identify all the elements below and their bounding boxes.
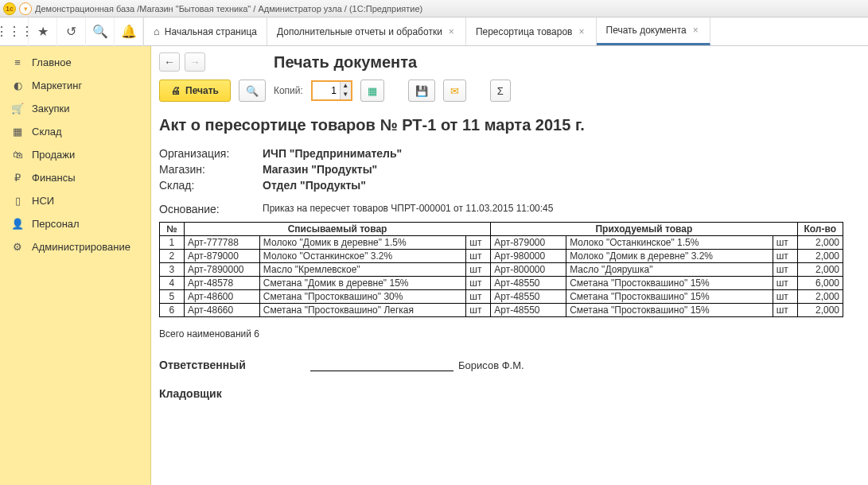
table-row[interactable]: 4Арт-48578Сметана "Домик в деревне" 15%ш… (160, 277, 843, 290)
print-button[interactable]: 🖨 Печать (159, 80, 231, 102)
cell: 2,000 (797, 250, 843, 263)
table-row[interactable]: 1Арт-777788Молоко "Домик в деревне" 1.5%… (160, 236, 843, 250)
table-row[interactable]: 5Арт-48600Сметана "Простоквашино" 30%штА… (160, 290, 843, 304)
sidebar-label: НСИ (32, 195, 54, 207)
email-button[interactable]: ✉ (443, 80, 466, 102)
sidebar-item-закупки[interactable]: 🛒Закупки (0, 97, 150, 120)
content-area: ← → Печать документа 🖨 Печать 🔍 Копий: ▲… (151, 46, 868, 485)
items-table: № Списываемый товар Приходуемый товар Ко… (159, 222, 843, 317)
org-value: ИЧП "Предприниматель" (263, 147, 402, 160)
sidebar-item-склад[interactable]: ▦Склад (0, 120, 150, 143)
table-row[interactable]: 2Арт-879000Молоко "Останкинское" 3.2%штА… (160, 250, 843, 263)
cell: Арт-48550 (491, 290, 566, 304)
bell-icon[interactable]: 🔔 (115, 17, 143, 46)
cell: Арт-48660 (184, 304, 259, 317)
signature-line (310, 359, 453, 371)
tab-пересортица-товаров[interactable]: Пересортица товаров× (466, 17, 597, 45)
table-button[interactable]: ▦ (360, 80, 384, 102)
resp-label: Ответственный (159, 359, 310, 371)
search-icon[interactable]: 🔍 (86, 17, 115, 46)
close-icon[interactable]: × (578, 26, 586, 37)
sidebar-icon: ₽ (11, 172, 24, 184)
nav-row: ← → Печать документа (159, 52, 860, 72)
sidebar-label: Персонал (32, 218, 80, 230)
close-icon[interactable]: × (447, 26, 456, 37)
preview-button[interactable]: 🔍 (239, 80, 266, 102)
close-icon[interactable]: × (691, 25, 700, 36)
cell: шт (466, 250, 491, 263)
star-icon[interactable]: ★ (29, 17, 57, 46)
history-icon[interactable]: ↺ (57, 17, 86, 46)
sidebar-label: Администрирование (32, 241, 130, 253)
copies-down[interactable]: ▼ (340, 91, 351, 99)
tab-label: Печать документа (606, 25, 687, 36)
basis-value: Приказ на пересчет товаров ЧПРТ-000001 о… (263, 203, 553, 215)
col-out: Списываемый товар (184, 223, 490, 236)
cell: Арт-48600 (184, 290, 259, 304)
sidebar-label: Финансы (32, 172, 76, 184)
app-logo-icon: 1c (3, 2, 16, 15)
tab-дополнительные-отчеты-и-обработки[interactable]: Дополнительные отчеты и обработки× (267, 17, 466, 45)
tab-печать-документа[interactable]: Печать документа× (597, 17, 710, 45)
sidebar-item-маркетинг[interactable]: ◐Маркетинг (0, 74, 150, 97)
dropdown-icon[interactable]: ▾ (19, 2, 32, 15)
cell: Сметана "Домик в деревне" 15% (259, 277, 465, 290)
cell: шт (773, 250, 797, 263)
shop-label: Магазин: (159, 163, 263, 176)
cell: Сметана "Простоквашино" 15% (566, 290, 773, 304)
tab-label: Пересортица товаров (476, 26, 573, 37)
cell: шт (773, 263, 797, 277)
cell: 2 (160, 250, 185, 263)
forward-button[interactable]: → (185, 52, 205, 72)
cell: шт (773, 236, 797, 250)
sidebar-icon: 🛍 (11, 149, 24, 161)
apps-icon[interactable]: ⋮⋮⋮ (0, 17, 29, 46)
sidebar-item-продажи[interactable]: 🛍Продажи (0, 143, 150, 166)
sidebar-label: Закупки (32, 103, 69, 114)
store-label: Кладовщик (159, 387, 310, 400)
cell: шт (466, 277, 491, 290)
copies-stepper[interactable]: ▲ ▼ (311, 80, 352, 101)
printer-icon: 🖨 (171, 85, 181, 96)
sidebar-label: Склад (32, 126, 62, 138)
sum-button[interactable]: Σ (490, 80, 511, 102)
cell: Масло "Доярушка" (566, 263, 773, 277)
tab-начальная-страница[interactable]: ⌂Начальная страница (144, 17, 267, 45)
top-toolbar: ⋮⋮⋮ ★ ↺ 🔍 🔔 ⌂Начальная страницаДополните… (0, 17, 868, 46)
total-line: Всего наименований 6 (159, 328, 860, 340)
sidebar-item-финансы[interactable]: ₽Финансы (0, 166, 150, 189)
sidebar-icon: ◐ (11, 80, 24, 91)
sidebar-item-нси[interactable]: ▯НСИ (0, 189, 150, 212)
sidebar-icon: ▦ (11, 126, 24, 138)
cell: 6,000 (797, 277, 843, 290)
sidebar-item-администрирование[interactable]: ⚙Администрирование (0, 235, 150, 258)
save-button[interactable]: 💾 (408, 80, 435, 102)
cell: Сметана "Простоквашино" 15% (566, 277, 773, 290)
wh-value: Отдел "Продукты" (263, 179, 366, 192)
table-row[interactable]: 3Арт-7890000Масло "Кремлевское"штАрт-800… (160, 263, 843, 277)
cell: Арт-879000 (184, 250, 259, 263)
cell: 4 (160, 277, 185, 290)
sidebar-item-персонал[interactable]: 👤Персонал (0, 212, 150, 235)
window-titlebar: 1c ▾ Демонстрационная база /Магазин "Быт… (0, 0, 868, 17)
copies-label: Копий: (274, 85, 303, 96)
tab-label: Дополнительные отчеты и обработки (277, 26, 442, 37)
cell: Сметана "Простоквашино" 15% (566, 304, 773, 317)
sidebar-label: Маркетинг (32, 80, 82, 91)
resp-name: Борисов Ф.М. (458, 359, 524, 371)
col-num: № (160, 223, 185, 236)
back-button[interactable]: ← (159, 52, 180, 72)
copies-up[interactable]: ▲ (340, 82, 351, 91)
copies-input[interactable] (313, 82, 340, 99)
sidebar: ≡Главное◐Маркетинг🛒Закупки▦Склад🛍Продажи… (0, 46, 151, 485)
sidebar-icon: ⚙ (11, 241, 24, 253)
shop-value: Магазин "Продукты" (263, 163, 377, 176)
cell: Молоко "Домик в деревне" 1.5% (259, 236, 465, 250)
sidebar-item-главное[interactable]: ≡Главное (0, 51, 150, 74)
sidebar-label: Главное (32, 56, 72, 68)
cell: шт (773, 290, 797, 304)
preview-icon: 🔍 (246, 85, 259, 97)
table-row[interactable]: 6Арт-48660Сметана "Простоквашино" Легкая… (160, 304, 843, 317)
cell: Арт-777788 (184, 236, 259, 250)
cell: 3 (160, 263, 185, 277)
